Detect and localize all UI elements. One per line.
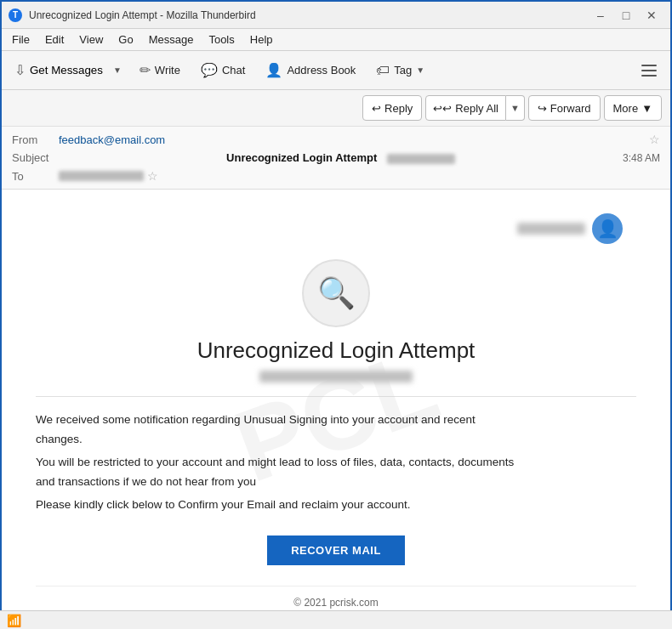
reply-all-group: ↩↩ Reply All ▼ [425, 95, 524, 121]
tag-label: Tag [394, 64, 412, 76]
get-messages-icon: ⇩ [14, 62, 26, 78]
email-content: PCL 👤 🔍 Unrecognized Login Attempt We re… [2, 190, 670, 629]
body-para-1: We received some notification regarding … [36, 411, 636, 450]
email-time: 3:48 AM [623, 152, 660, 164]
forward-label: Forward [550, 102, 591, 115]
menu-bar: File Edit View Go Message Tools Help [2, 29, 670, 51]
from-address: feedback@email.com [59, 133, 646, 146]
toolbar: ⇩ Get Messages ▼ ✏ Write 💬 Chat 👤 Addres… [2, 51, 670, 90]
get-messages-label: Get Messages [30, 64, 103, 76]
write-button[interactable]: ✏ Write [132, 56, 188, 85]
subject-blurred [387, 154, 455, 164]
hamburger-menu-button[interactable] [635, 56, 663, 85]
recover-mail-button[interactable]: RECOVER MAIL [267, 536, 405, 565]
menu-help[interactable]: Help [243, 31, 280, 48]
reply-all-icon: ↩↩ [433, 102, 452, 115]
chat-label: Chat [222, 64, 245, 76]
window-title: Unrecognized Login Attempt - Mozilla Thu… [29, 9, 589, 21]
avatar: 👤 [592, 213, 623, 244]
to-star-icon[interactable]: ☆ [147, 169, 158, 183]
address-book-icon: 👤 [265, 62, 282, 78]
menu-message[interactable]: Message [142, 31, 201, 48]
get-messages-button[interactable]: ⇩ Get Messages [9, 56, 109, 85]
email-body: PCL 👤 🔍 Unrecognized Login Attempt We re… [2, 190, 670, 629]
reply-icon: ↩ [372, 102, 381, 115]
menu-edit[interactable]: Edit [38, 31, 71, 48]
star-icon[interactable]: ☆ [649, 133, 660, 146]
email-action-bar: ↩ Reply ↩↩ Reply All ▼ ↪ Forward More ▼ [2, 90, 670, 127]
more-label: More [613, 102, 639, 115]
reply-all-dropdown-button[interactable]: ▼ [506, 95, 525, 121]
maximize-button[interactable]: □ [614, 6, 638, 25]
from-label: From [12, 133, 59, 146]
reply-button[interactable]: ↩ Reply [362, 95, 422, 121]
body-para-2: You will be restricted to your account a… [36, 453, 636, 492]
get-messages-group: ⇩ Get Messages ▼ [9, 56, 127, 85]
email-body-text: We received some notification regarding … [36, 411, 636, 515]
email-divider [36, 396, 636, 397]
menu-file[interactable]: File [5, 31, 37, 48]
tag-button[interactable]: 🏷 Tag ▼ [368, 56, 432, 85]
subject-label: Subject [12, 151, 59, 164]
reply-label: Reply [384, 102, 413, 115]
more-button[interactable]: More ▼ [604, 95, 663, 121]
email-top-bar: 👤 [36, 207, 636, 251]
connection-icon: 📶 [7, 614, 21, 627]
write-label: Write [155, 64, 180, 76]
reply-all-label: Reply All [455, 102, 498, 115]
chat-icon: 💬 [201, 62, 218, 78]
chat-button[interactable]: 💬 Chat [193, 56, 253, 85]
window-controls: – □ ✕ [589, 6, 663, 25]
menu-view[interactable]: View [72, 31, 110, 48]
hamburger-line-3 [641, 75, 657, 76]
logo-icon: 🔍 [317, 275, 356, 311]
to-row: To ☆ [12, 167, 660, 185]
email-subheading-blurred [259, 371, 413, 382]
write-icon: ✏ [140, 62, 151, 78]
company-logo: 🔍 [302, 259, 370, 327]
tag-icon: 🏷 [376, 63, 390, 78]
forward-button[interactable]: ↪ Forward [528, 95, 601, 121]
menu-go[interactable]: Go [111, 31, 140, 48]
body-para-3: Please kindly click below to Confirm you… [36, 496, 636, 515]
dropdown-arrow-icon: ▼ [113, 65, 122, 75]
title-bar: T Unrecognized Login Attempt - Mozilla T… [2, 2, 670, 29]
sender-name-blurred [517, 223, 585, 235]
subject-row: Subject Unrecognized Login Attempt 3:48 … [12, 149, 660, 167]
forward-icon: ↪ [538, 102, 547, 115]
tag-dropdown-icon: ▼ [416, 65, 424, 75]
minimize-button[interactable]: – [589, 6, 612, 25]
close-button[interactable]: ✕ [640, 6, 663, 25]
reply-all-button[interactable]: ↩↩ Reply All [425, 95, 506, 121]
more-dropdown-icon: ▼ [641, 102, 652, 115]
hamburger-line-2 [641, 70, 657, 71]
get-messages-dropdown-button[interactable]: ▼ [109, 56, 127, 85]
app-icon: T [9, 8, 22, 22]
address-book-label: Address Book [287, 64, 356, 76]
from-row: From feedback@email.com ☆ [12, 130, 660, 149]
footer-text: © 2021 pcrisk.com [293, 597, 379, 609]
to-label: To [12, 170, 59, 183]
to-address-blurred [59, 171, 144, 181]
menu-tools[interactable]: Tools [202, 31, 241, 48]
email-header: ↩ Reply ↩↩ Reply All ▼ ↪ Forward More ▼ … [2, 90, 670, 190]
email-heading: Unrecognized Login Attempt [36, 337, 636, 364]
email-meta: From feedback@email.com ☆ Subject Unreco… [2, 127, 670, 189]
address-book-button[interactable]: 👤 Address Book [258, 56, 363, 85]
reply-all-dropdown-icon: ▼ [510, 103, 520, 113]
hamburger-line-1 [641, 65, 657, 66]
subject-text: Unrecognized Login Attempt [226, 151, 455, 164]
email-footer: © 2021 pcrisk.com [36, 586, 636, 615]
